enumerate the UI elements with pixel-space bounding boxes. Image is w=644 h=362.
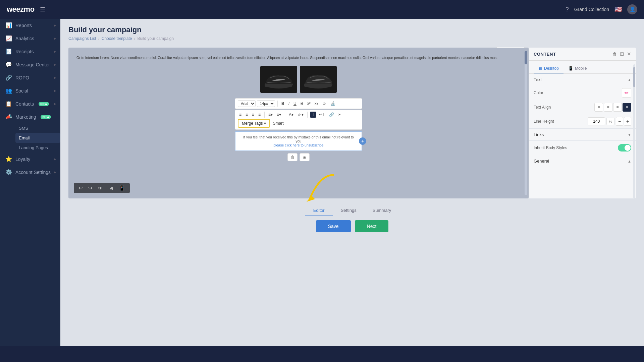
canvas-scrollbar[interactable]: [525, 51, 527, 195]
sidebar-item-analytics[interactable]: 📈 Analytics ▶: [0, 32, 60, 45]
panel-header-actions: 🗑 ⊞ ✕: [612, 51, 631, 57]
align-left-btn[interactable]: ≡: [594, 103, 603, 112]
unordered-list-button[interactable]: ≡▾: [267, 112, 274, 118]
sidebar-item-message-center[interactable]: 💬 Message Center ▶: [0, 58, 60, 71]
highlight-color-button[interactable]: 🖊▾: [296, 112, 305, 118]
align-justify-button[interactable]: ≡: [257, 112, 262, 118]
strikethrough-button[interactable]: S: [299, 101, 305, 107]
superscript-button[interactable]: x²: [306, 101, 312, 107]
line-height-increment[interactable]: +: [624, 117, 631, 126]
italic-button[interactable]: I: [287, 101, 291, 107]
font-family-select[interactable]: Arial: [238, 100, 256, 107]
unlink-button[interactable]: ✂: [337, 112, 343, 118]
panel-delete-button[interactable]: 🗑: [612, 51, 617, 57]
next-button[interactable]: Next: [355, 220, 389, 232]
breadcrumb-current: Build your campaign: [137, 36, 174, 41]
bottom-bar: [0, 346, 644, 362]
font-color-button[interactable]: A▾: [287, 112, 295, 118]
general-section-header[interactable]: General ▲: [529, 155, 636, 167]
merge-tags-chevron: ▾: [264, 121, 266, 126]
save-button[interactable]: Save: [316, 220, 351, 232]
duplicate-block-button[interactable]: ⊞: [300, 153, 310, 161]
sidebar-item-email[interactable]: Email: [15, 133, 60, 143]
color-picker[interactable]: ✏: [622, 88, 631, 98]
sidebar-item-sms[interactable]: SMS: [15, 123, 60, 133]
sidebar-item-account-settings[interactable]: ⚙️ Account Settings ▶: [0, 166, 60, 179]
align-center-button[interactable]: ≡: [244, 112, 249, 118]
line-height-row: Line Height % − +: [529, 114, 636, 128]
marketing-icon: 📣: [5, 114, 12, 120]
eyedropper-button[interactable]: 🔬: [329, 101, 337, 107]
line-height-input[interactable]: [588, 117, 605, 125]
tab-mobile[interactable]: 📱 Mobile: [564, 64, 591, 73]
unsubscribe-link[interactable]: please click here to unsubscribe: [273, 143, 323, 147]
panel-scrollbar[interactable]: [633, 64, 635, 198]
link-button[interactable]: 🔗: [328, 112, 335, 118]
text-align-row: Text Align ≡ ≡ ≡ ≡: [529, 100, 636, 114]
preview-button[interactable]: 👁: [97, 185, 104, 192]
sidebar-item-label: Reports: [15, 23, 32, 28]
text-section-title: Text: [534, 77, 542, 82]
settings-icon: ⚙️: [5, 169, 12, 175]
marketing-badge: NEW: [41, 115, 51, 119]
sidebar-item-landing-pages[interactable]: Landing Pages: [15, 143, 60, 153]
sidebar-item-loyalty[interactable]: ⭐ Loyalty ▶: [0, 153, 60, 166]
align-justify-btn[interactable]: ≡: [623, 103, 631, 112]
links-section-header[interactable]: Links ▼: [529, 129, 636, 140]
breadcrumb: Campaigns List › Choose template › Build…: [68, 36, 636, 41]
align-right-button[interactable]: ≡: [251, 112, 256, 118]
tab-desktop[interactable]: 🖥 Desktop: [534, 64, 564, 73]
undo-button[interactable]: ↩: [77, 184, 84, 192]
redo-button[interactable]: ↪: [87, 184, 94, 192]
text-type-button[interactable]: T: [310, 112, 316, 118]
inherit-label: Inherit Body Styles: [534, 145, 567, 150]
desktop-view-button[interactable]: 🖥: [107, 185, 115, 192]
inherit-body-styles-row: Inherit Body Styles: [529, 141, 636, 155]
sidebar-item-ropo[interactable]: 🔗 ROPO ▶: [0, 71, 60, 84]
align-right-btn[interactable]: ≡: [613, 103, 622, 112]
email-canvas-area: Or to interdum lorem. Nunc vitae condime…: [68, 48, 529, 198]
text-section-header[interactable]: Text ▲: [529, 74, 636, 85]
general-section: General ▲: [529, 155, 636, 167]
mobile-view-button[interactable]: 📱: [117, 184, 126, 192]
breadcrumb-campaigns[interactable]: Campaigns List: [68, 36, 96, 41]
underline-button[interactable]: U: [292, 101, 298, 107]
delete-block-button[interactable]: 🗑: [287, 153, 298, 161]
sidebar-item-contacts[interactable]: 📋 Contacts NEW ▶: [0, 97, 60, 110]
hamburger-menu[interactable]: ☰: [40, 6, 45, 13]
align-left-button[interactable]: ≡: [238, 112, 243, 118]
align-center-btn[interactable]: ≡: [604, 103, 612, 112]
tab-settings[interactable]: Settings: [333, 205, 365, 216]
tab-summary[interactable]: Summary: [365, 205, 399, 216]
sidebar-item-marketing[interactable]: 📣 Marketing NEW: [0, 110, 60, 123]
user-avatar[interactable]: 👤: [627, 4, 637, 14]
device-tabs: 🖥 Desktop 📱 Mobile: [529, 61, 636, 74]
marketing-submenu: SMS Email Landing Pages: [0, 123, 60, 153]
merge-tags-button[interactable]: Merge Tags ▾: [238, 119, 270, 128]
line-height-decrement[interactable]: −: [616, 117, 623, 126]
sidebar-item-reports[interactable]: 📊 Reports ▶: [0, 19, 60, 32]
email-footer-block[interactable]: If you feel that you received this by mi…: [235, 131, 362, 151]
breadcrumb-choose-template[interactable]: Choose template: [102, 36, 132, 41]
smart-button[interactable]: Smart: [271, 120, 285, 126]
subscript-button[interactable]: x₂: [313, 101, 320, 107]
tab-editor[interactable]: Editor: [305, 205, 333, 216]
add-block-button[interactable]: +: [359, 137, 366, 145]
ordered-list-button[interactable]: ≡▾: [275, 112, 282, 118]
social-icon: 👥: [5, 87, 12, 94]
sidebar-item-social[interactable]: 👥 Social ▶: [0, 84, 60, 97]
text-rtl-button[interactable]: ↩T: [318, 112, 326, 118]
top-navigation: weezmo ☰ ? Grand Collection 🇺🇸 👤: [0, 0, 644, 19]
sidebar-item-label: Email: [19, 135, 30, 140]
sidebar-item-receipts[interactable]: 🧾 Receipts ▶: [0, 45, 60, 58]
emoji-button[interactable]: ☺: [321, 101, 328, 107]
help-icon[interactable]: ?: [566, 6, 569, 13]
panel-close-button[interactable]: ✕: [627, 51, 631, 57]
main-content: Build your campaign Campaigns List › Cho…: [60, 19, 644, 346]
breadcrumb-sep2: ›: [134, 36, 135, 41]
font-size-select[interactable]: 14px: [257, 100, 275, 107]
panel-copy-button[interactable]: ⊞: [620, 51, 624, 57]
inherit-toggle[interactable]: [618, 144, 631, 152]
sidebar-item-label: Analytics: [15, 36, 34, 41]
bold-button[interactable]: B: [280, 101, 286, 107]
